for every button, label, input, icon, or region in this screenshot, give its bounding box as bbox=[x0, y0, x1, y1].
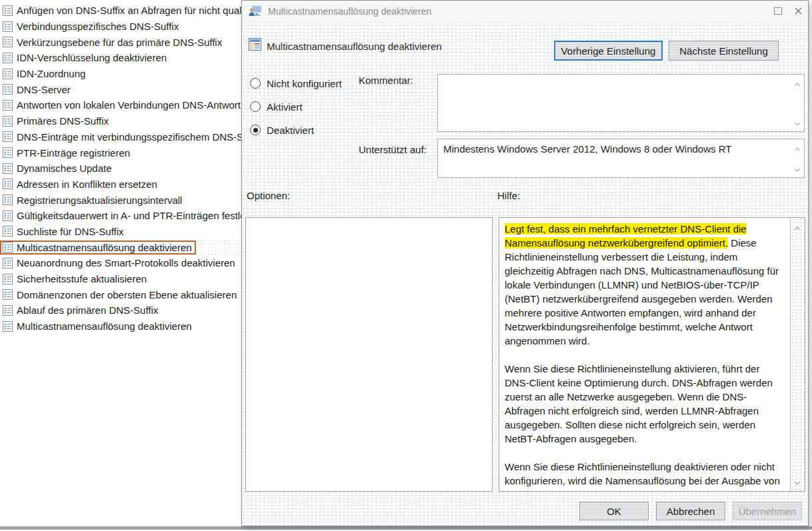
policy-setting-icon bbox=[3, 274, 13, 284]
policy-list-item-box[interactable]: Neuanordnung des Smart-Protokolls deakti… bbox=[0, 256, 239, 270]
policy-list-item-label: Verbindungsspezifisches DNS-Suffix bbox=[17, 21, 179, 32]
scroll-up-icon[interactable] bbox=[794, 221, 801, 233]
policy-list-item-label: IDN-Zuordnung bbox=[17, 68, 85, 79]
policy-setting-icon bbox=[3, 305, 13, 316]
policy-list-item-box[interactable]: IDN-Verschlüsselung deaktivieren bbox=[0, 51, 171, 65]
policy-list-item-box[interactable]: Ablauf des primären DNS-Suffix bbox=[0, 303, 162, 317]
setting-title: Multicastnamensauflösung deaktivieren bbox=[267, 41, 442, 52]
window-bottom-edge bbox=[0, 526, 812, 530]
policy-list-item-label: PTR-Einträge registrieren bbox=[17, 147, 130, 159]
supported-on-value: Mindestens Windows Server 2012, Windows … bbox=[438, 139, 804, 155]
policy-setting-icon bbox=[3, 163, 13, 174]
policy-setting-icon bbox=[3, 53, 13, 63]
policy-setting-icon bbox=[3, 226, 13, 237]
policy-list-item-box[interactable]: Primäres DNS-Suffix bbox=[0, 114, 113, 128]
previous-setting-button[interactable]: Vorherige Einstellung bbox=[554, 41, 663, 61]
help-panel: Legt fest, dass ein mehrfach vernetzter … bbox=[499, 217, 805, 492]
policy-list-item-label: Dynamisches Update bbox=[17, 163, 112, 174]
policy-list-item-label: Primäres DNS-Suffix bbox=[17, 115, 109, 127]
policy-list-item-label: Sicherheitsstufe aktualisieren bbox=[17, 273, 147, 284]
radio-not-configured[interactable]: Nicht konfiguriert bbox=[250, 77, 342, 89]
policy-setting-icon bbox=[3, 116, 13, 127]
policy-setting-icon bbox=[3, 131, 13, 142]
scroll-down-icon[interactable] bbox=[794, 163, 801, 175]
policy-list-item-label: Ablauf des primären DNS-Suffix bbox=[17, 304, 158, 316]
policy-setting-icon bbox=[3, 242, 13, 253]
policy-setting-icon bbox=[3, 258, 13, 268]
policy-list-item-label: DNS-Einträge mit verbindungsspezifischem… bbox=[17, 131, 249, 143]
policy-setting-icon bbox=[3, 289, 13, 300]
policy-list-item-box[interactable]: Multicastnamensauflösung deaktivieren bbox=[0, 241, 196, 255]
policy-list-item-label: Verkürzungsebene für das primäre DNS-Suf… bbox=[17, 37, 222, 48]
policy-list-item-box[interactable]: Anfügen von DNS-Suffix an Abfragen für n… bbox=[0, 3, 245, 17]
scroll-down-icon[interactable] bbox=[794, 476, 801, 488]
policy-list-item-box[interactable]: Verkürzungsebene für das primäre DNS-Suf… bbox=[0, 35, 226, 49]
policy-setting-icon bbox=[3, 211, 13, 221]
help-paragraph-3: Wenn Sie diese Richtlinieneinstellung de… bbox=[505, 460, 787, 491]
policy-list-item-box[interactable]: Suchliste für DNS-Suffix bbox=[0, 225, 128, 239]
cancel-button[interactable]: Abbrechen bbox=[656, 502, 725, 520]
policy-list-item-box[interactable]: Adressen in Konflikten ersetzen bbox=[0, 177, 161, 191]
policy-setting-icon bbox=[3, 84, 13, 95]
comment-textarea[interactable] bbox=[437, 74, 805, 132]
policy-list-item-label: Adressen in Konflikten ersetzen bbox=[17, 179, 157, 190]
policy-list-item-box[interactable]: DNS-Einträge mit verbindungsspezifischem… bbox=[0, 130, 253, 144]
policy-list-item-box[interactable]: Dynamisches Update bbox=[0, 161, 116, 175]
supported-on-box: Mindestens Windows Server 2012, Windows … bbox=[437, 139, 805, 178]
help-highlight: Legt fest, dass ein mehrfach vernetzter … bbox=[505, 223, 747, 249]
help-paragraph-1: Legt fest, dass ein mehrfach vernetzter … bbox=[505, 222, 787, 348]
policy-list-item-label: Gültigkeitsdauerwert in A- und PTR-Eintr… bbox=[17, 210, 246, 221]
radio-icon bbox=[250, 101, 261, 112]
comment-label: Kommentar: bbox=[359, 75, 413, 86]
policy-list-item-box[interactable]: Domänenzonen der obersten Ebene aktualis… bbox=[0, 288, 241, 302]
group-policy-icon bbox=[249, 5, 262, 17]
ok-button[interactable]: OK bbox=[579, 502, 649, 520]
close-icon bbox=[795, 7, 802, 15]
policy-setting-icon bbox=[3, 195, 13, 205]
policy-list-item-label: DNS-Server bbox=[17, 84, 71, 95]
radio-enabled[interactable]: Aktiviert bbox=[250, 101, 302, 113]
policy-list-item-box[interactable]: Registrierungsaktualisierungsintervall bbox=[0, 193, 186, 207]
supported-on-label: Unterstützt auf: bbox=[359, 144, 427, 155]
policy-list-item-box[interactable]: Verbindungsspezifisches DNS-Suffix bbox=[0, 19, 183, 33]
policy-setting-dialog: Multicastnamensauflösung deaktivieren Mu… bbox=[241, 0, 809, 526]
policy-list-item-box[interactable]: IDN-Zuordnung bbox=[0, 67, 89, 81]
next-setting-button[interactable]: Nächste Einstellung bbox=[669, 41, 779, 61]
close-button[interactable] bbox=[788, 1, 808, 21]
policy-list-item-label: Multicastnamensauflösung deaktivieren bbox=[17, 242, 192, 253]
help-paragraph-2: Wenn Sie diese Richtlinieneinstellung ak… bbox=[505, 362, 787, 446]
scroll-up-icon[interactable] bbox=[794, 142, 801, 154]
policy-list-item-label: Antworten von lokalen Verbindungen DNS-A… bbox=[17, 99, 241, 111]
policy-list-item-box[interactable]: Gültigkeitsdauerwert in A- und PTR-Eintr… bbox=[0, 209, 250, 223]
policy-setting-icon bbox=[3, 321, 13, 332]
policy-list-item-box[interactable]: Sicherheitsstufe aktualisieren bbox=[0, 272, 151, 286]
policy-list-item-box[interactable]: Antworten von lokalen Verbindungen DNS-A… bbox=[0, 98, 245, 112]
help-label: Hilfe: bbox=[497, 190, 520, 201]
policy-setting-icon bbox=[3, 147, 13, 158]
radio-icon bbox=[250, 125, 261, 135]
policy-setting-icon bbox=[3, 179, 13, 189]
policy-list-item-label: Anfügen von DNS-Suffix an Abfragen für n… bbox=[17, 5, 241, 16]
policy-list-item-box[interactable]: PTR-Einträge registrieren bbox=[0, 146, 134, 160]
scroll-down-icon[interactable] bbox=[794, 117, 801, 129]
policy-list-item-label: Registrierungsaktualisierungsintervall bbox=[17, 195, 182, 206]
dialog-titlebar[interactable]: Multicastnamensauflösung deaktivieren bbox=[242, 1, 808, 21]
policy-list-item[interactable]: Multicastnamensauflösung deaktivieren bbox=[0, 239, 241, 255]
policy-setting-icon bbox=[3, 21, 13, 32]
policy-setting-icon bbox=[3, 69, 13, 79]
maximize-button[interactable] bbox=[768, 1, 788, 21]
policy-setting-icon bbox=[3, 37, 13, 47]
policy-list-item-label: Multicastnamensauflösung deaktivieren bbox=[17, 320, 192, 332]
apply-button: Übernehmen bbox=[733, 502, 802, 520]
policy-setting-icon bbox=[3, 5, 13, 16]
policy-list-item-label: Neuanordnung des Smart-Protokolls deakti… bbox=[17, 257, 235, 268]
policy-list-item-label: IDN-Verschlüsselung deaktivieren bbox=[17, 52, 167, 63]
options-label: Optionen: bbox=[247, 190, 290, 201]
policy-list-item-box[interactable]: Multicastnamensauflösung deaktivieren bbox=[0, 319, 196, 333]
help-scrollbar[interactable] bbox=[790, 218, 805, 491]
policy-list-item-label: Suchliste für DNS-Suffix bbox=[17, 226, 124, 237]
policy-list-item-box[interactable]: DNS-Server bbox=[0, 83, 75, 97]
scroll-up-icon[interactable] bbox=[794, 77, 801, 89]
policy-list-item-label: Domänenzonen der obersten Ebene aktualis… bbox=[17, 289, 237, 300]
radio-disabled[interactable]: Deaktiviert bbox=[250, 124, 314, 136]
